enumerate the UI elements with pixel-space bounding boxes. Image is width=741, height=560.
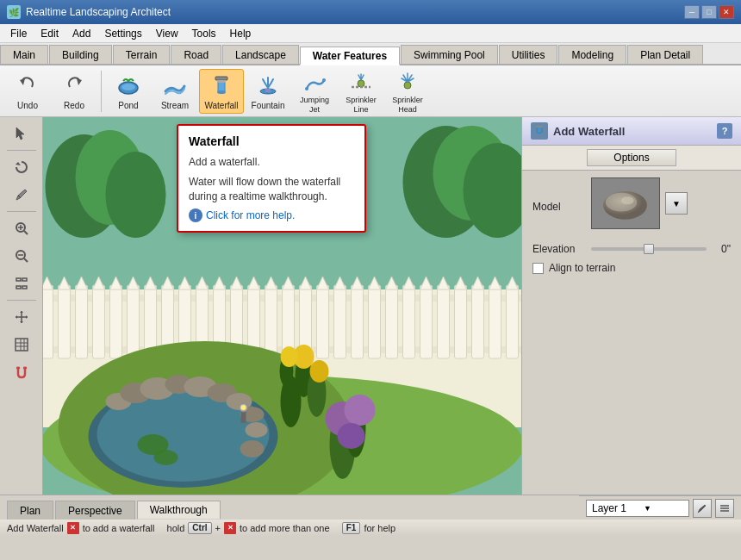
sprinkler-line-button[interactable]: SprinklerLine: [339, 69, 383, 114]
tab-walkthrough[interactable]: Walkthrough: [137, 501, 221, 520]
left-tool-sep-1: [7, 150, 36, 151]
svg-marker-0: [20, 78, 25, 85]
svg-rect-8: [265, 89, 271, 92]
draw-tool[interactable]: [5, 182, 38, 208]
magnet-tool[interactable]: [5, 359, 38, 385]
menu-view[interactable]: View: [149, 26, 185, 41]
zoom-out-tool[interactable]: [5, 243, 38, 269]
zoom-in-tool[interactable]: [5, 215, 38, 241]
align-terrain-checkbox[interactable]: [532, 263, 544, 274]
tab-landscape[interactable]: Landscape: [222, 45, 299, 64]
tooltip-line2: Water will flow down the waterfall durin…: [189, 175, 354, 204]
select-tool[interactable]: [5, 121, 38, 146]
svg-point-133: [621, 196, 634, 204]
jumping-jet-button[interactable]: JumpingJet: [292, 69, 337, 114]
menu-file[interactable]: File: [3, 26, 34, 41]
layer-select[interactable]: Layer 1 ▼: [586, 500, 689, 517]
tab-building[interactable]: Building: [49, 45, 112, 64]
status-text-3: to add more than one: [240, 523, 330, 533]
grid-tool[interactable]: [5, 332, 38, 358]
f1-key: F1: [342, 522, 361, 534]
panel-help-button[interactable]: ?: [717, 123, 732, 139]
tab-perspective[interactable]: Perspective: [55, 501, 135, 520]
jumping-jet-icon: [301, 68, 328, 94]
align-terrain-label: Align to terrain: [549, 262, 615, 274]
options-tab-button[interactable]: Options: [587, 149, 676, 166]
tab-modeling[interactable]: Modeling: [558, 45, 626, 64]
pan-tool[interactable]: [5, 304, 38, 330]
fountain-label: Fountain: [252, 101, 285, 110]
tab-plan-detail[interactable]: Plan Detail: [627, 45, 703, 64]
tab-plan[interactable]: Plan: [7, 501, 53, 520]
waterfall-button[interactable]: Waterfall: [199, 69, 244, 114]
view-tabs: Plan Perspective Walkthrough: [0, 495, 579, 520]
tab-road[interactable]: Road: [171, 45, 221, 64]
svg-rect-69: [265, 285, 277, 358]
status-text-4: for help: [364, 523, 395, 533]
tooltip-title: Waterfall: [189, 134, 354, 148]
jumping-jet-label: JumpingJet: [300, 96, 329, 115]
tab-swimming-pool[interactable]: Swimming Pool: [401, 45, 498, 64]
tooltip-line1: Add a waterfall.: [189, 155, 354, 170]
svg-rect-23: [22, 278, 27, 281]
svg-rect-22: [16, 278, 21, 281]
model-row: ▼: [591, 177, 688, 229]
layer-select-text: Layer 1: [592, 502, 626, 514]
status-text-1: Add Waterfall: [7, 523, 64, 533]
tab-water-features[interactable]: Water Features: [300, 47, 400, 65]
canvas-area[interactable]: Waterfall Add a waterfall. Water will fl…: [43, 117, 521, 495]
tooltip-help-link[interactable]: i Click for more help.: [189, 208, 354, 222]
svg-rect-97: [507, 285, 519, 358]
minimize-button[interactable]: ─: [684, 5, 700, 19]
menu-settings[interactable]: Settings: [97, 26, 148, 41]
click-icon-2: ✕: [224, 522, 236, 534]
close-button[interactable]: ✕: [719, 5, 734, 19]
menu-bar: File Edit Add Settings View Tools Help: [0, 24, 741, 43]
svg-rect-51: [110, 285, 122, 358]
panel-waterfall-icon: [531, 122, 548, 140]
maximize-button[interactable]: □: [701, 5, 717, 19]
pond-button[interactable]: Pond: [106, 69, 151, 114]
left-tool-panel: [0, 117, 43, 495]
svg-point-126: [338, 423, 365, 449]
svg-point-113: [246, 422, 268, 438]
svg-rect-83: [386, 285, 398, 358]
tab-bar: Main Building Terrain Road Landscape Wat…: [0, 43, 741, 65]
svg-rect-24: [16, 286, 21, 289]
status-hold-label: hold: [167, 523, 185, 533]
redo-button[interactable]: Redo: [52, 69, 97, 114]
stream-button[interactable]: Stream: [153, 69, 197, 114]
svg-rect-77: [334, 285, 346, 358]
elevation-label: Elevation: [532, 243, 584, 255]
title-bar: 🌿 Realtime Landscaping Architect ─ □ ✕: [0, 0, 741, 24]
menu-tools[interactable]: Tools: [185, 26, 223, 41]
sprinkler-line-icon: [347, 68, 375, 94]
menu-add[interactable]: Add: [65, 26, 97, 41]
tab-utilities[interactable]: Utilities: [499, 45, 558, 64]
svg-rect-81: [369, 285, 381, 358]
redo-icon: [60, 72, 88, 99]
undo-button[interactable]: Undo: [5, 69, 50, 114]
layer-edit-button[interactable]: [693, 499, 712, 518]
left-tool-sep-2: [7, 211, 36, 212]
tab-terrain[interactable]: Terrain: [113, 45, 171, 64]
svg-rect-43: [43, 285, 53, 358]
menu-help[interactable]: Help: [223, 26, 258, 41]
menu-edit[interactable]: Edit: [34, 26, 65, 41]
elevation-slider[interactable]: [591, 247, 707, 251]
fit-tool[interactable]: [5, 271, 38, 296]
sprinkler-head-icon: [394, 68, 421, 94]
svg-rect-87: [420, 285, 433, 358]
svg-point-121: [281, 346, 298, 367]
elevation-value: 0": [713, 243, 731, 255]
fountain-button[interactable]: Fountain: [246, 69, 290, 114]
toolbar: Undo Redo Pond Stream Waterfall Fountain: [0, 65, 741, 117]
svg-marker-14: [16, 162, 21, 165]
layer-menu-button[interactable]: [715, 499, 734, 518]
model-dropdown-button[interactable]: ▼: [665, 192, 688, 215]
rotate-tool[interactable]: [5, 154, 38, 180]
sprinkler-head-button[interactable]: SprinklerHead: [385, 69, 430, 114]
svg-rect-53: [128, 285, 140, 358]
tab-main[interactable]: Main: [0, 45, 48, 64]
pond-label: Pond: [118, 101, 138, 110]
